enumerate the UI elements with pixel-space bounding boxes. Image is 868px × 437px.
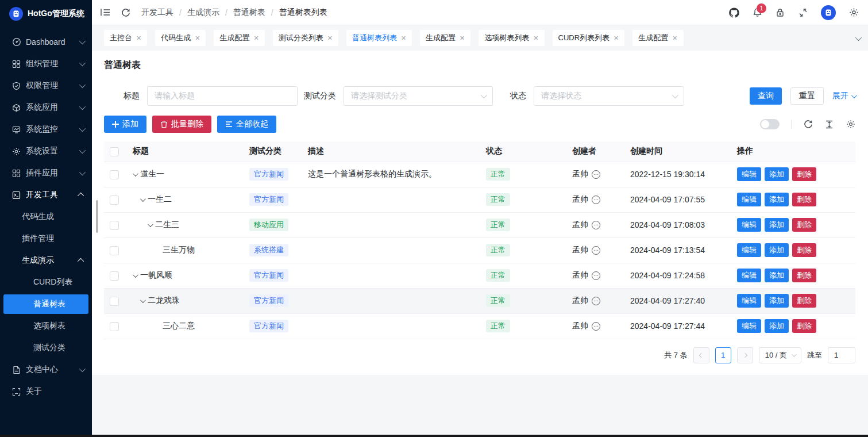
sidebar-item-gen-demo[interactable]: 生成演示 bbox=[0, 250, 92, 271]
delete-button[interactable]: 删除 bbox=[792, 269, 816, 282]
delete-button[interactable]: 删除 bbox=[792, 193, 816, 206]
sidebar-item-system-monitor[interactable]: 系统监控 bbox=[0, 118, 92, 140]
next-page-button[interactable] bbox=[737, 347, 753, 363]
sidebar-collapse-icon[interactable] bbox=[100, 7, 110, 18]
creator-detail-icon[interactable]: ⋯ bbox=[592, 297, 600, 305]
reload-table-icon[interactable] bbox=[803, 120, 813, 129]
tree-collapse-icon[interactable] bbox=[140, 196, 146, 202]
creator-detail-icon[interactable]: ⋯ bbox=[592, 221, 600, 229]
table-row[interactable]: 一帆风顺 官方新闻 正常 孟帅⋯ 2024-04-09 17:24:58 编辑添… bbox=[104, 263, 855, 288]
sidebar-item-test-category[interactable]: 测试分类 bbox=[0, 337, 92, 359]
title-filter-input[interactable]: 请输入标题 bbox=[147, 86, 298, 106]
row-checkbox[interactable] bbox=[110, 322, 119, 331]
tab-code-gen[interactable]: 代码生成✕ bbox=[155, 30, 206, 46]
select-all-checkbox[interactable] bbox=[110, 147, 119, 156]
table-row[interactable]: 二生三 移动应用 正常 孟帅⋯ 2024-04-09 17:08:03 编辑添加… bbox=[104, 212, 855, 237]
collapse-all-button[interactable]: 全部收起 bbox=[217, 116, 276, 133]
tab-console[interactable]: 主控台✕ bbox=[104, 30, 147, 46]
breadcrumb-item[interactable]: 普通树表 bbox=[233, 7, 265, 18]
edit-button[interactable]: 编辑 bbox=[737, 193, 761, 206]
close-icon[interactable]: ✕ bbox=[327, 34, 333, 42]
page-size-select[interactable]: 10 / 页 bbox=[759, 347, 801, 363]
delete-button[interactable]: 删除 bbox=[792, 294, 816, 308]
creator-detail-icon[interactable]: ⋯ bbox=[592, 271, 600, 280]
close-icon[interactable]: ✕ bbox=[533, 34, 538, 42]
row-checkbox[interactable] bbox=[110, 170, 119, 179]
content-scrollbar[interactable] bbox=[96, 200, 98, 233]
striped-toggle[interactable] bbox=[760, 119, 780, 129]
user-avatar[interactable] bbox=[821, 5, 836, 20]
table-row[interactable]: 三心二意 官方新闻 正常 孟帅⋯ 2024-04-09 17:27:44 编辑添… bbox=[104, 313, 855, 339]
row-checkbox[interactable] bbox=[110, 221, 119, 230]
sidebar-item-normal-tree[interactable]: 普通树表 bbox=[3, 294, 88, 314]
sidebar-item-permission[interactable]: 权限管理 bbox=[0, 75, 92, 97]
prev-page-button[interactable] bbox=[693, 347, 709, 363]
sidebar-item-system-settings[interactable]: 系统设置 bbox=[0, 140, 92, 162]
search-button[interactable]: 查询 bbox=[750, 87, 782, 105]
close-icon[interactable]: ✕ bbox=[136, 34, 141, 42]
tab-option-tree-list[interactable]: 选项树表列表✕ bbox=[479, 30, 544, 46]
row-checkbox[interactable] bbox=[110, 271, 119, 281]
refresh-icon[interactable] bbox=[121, 7, 131, 18]
close-icon[interactable]: ✕ bbox=[195, 34, 200, 42]
creator-detail-icon[interactable]: ⋯ bbox=[592, 195, 600, 204]
app-logo[interactable]: HotGo管理系统 bbox=[0, 0, 92, 28]
sidebar-item-doc-center[interactable]: 文档中心 bbox=[0, 359, 92, 381]
add-child-button[interactable]: 添加 bbox=[765, 243, 789, 257]
add-child-button[interactable]: 添加 bbox=[765, 269, 789, 282]
close-icon[interactable]: ✕ bbox=[401, 34, 406, 42]
table-row[interactable]: 二龙戏珠 官方新闻 正常 孟帅⋯ 2024-04-09 17:27:40 编辑添… bbox=[104, 288, 855, 313]
column-settings-gear-icon[interactable] bbox=[846, 120, 855, 129]
sidebar-item-dashboard[interactable]: Dashboard bbox=[0, 31, 92, 53]
sidebar-item-curd-list[interactable]: CURD列表 bbox=[0, 271, 92, 293]
close-icon[interactable]: ✕ bbox=[253, 34, 259, 42]
creator-detail-icon[interactable]: ⋯ bbox=[592, 322, 600, 331]
batch-delete-button[interactable]: 批量删除 bbox=[152, 116, 211, 133]
edit-button[interactable]: 编辑 bbox=[737, 269, 761, 282]
edit-button[interactable]: 编辑 bbox=[737, 218, 761, 232]
add-child-button[interactable]: 添加 bbox=[765, 294, 789, 308]
sidebar-item-code-gen[interactable]: 代码生成 bbox=[0, 206, 92, 228]
github-icon[interactable] bbox=[729, 7, 739, 18]
table-row[interactable]: 一生二 官方新闻 正常 孟帅⋯ 2024-04-09 17:07:55 编辑添加… bbox=[104, 187, 855, 212]
row-checkbox[interactable] bbox=[110, 195, 119, 205]
creator-detail-icon[interactable]: ⋯ bbox=[592, 246, 600, 255]
breadcrumb-item[interactable]: 生成演示 bbox=[187, 7, 219, 18]
reset-button[interactable]: 重置 bbox=[790, 87, 824, 105]
breadcrumb-item[interactable]: 开发工具 bbox=[141, 7, 173, 18]
tab-test-category-list[interactable]: 测试分类列表✕ bbox=[273, 30, 338, 46]
add-child-button[interactable]: 添加 bbox=[765, 218, 789, 232]
expand-filters-link[interactable]: 展开 bbox=[832, 91, 855, 101]
add-button[interactable]: 添加 bbox=[104, 116, 146, 133]
sidebar-item-org[interactable]: 组织管理 bbox=[0, 53, 92, 75]
fullscreen-icon[interactable] bbox=[798, 7, 808, 18]
page-number-button[interactable]: 1 bbox=[715, 347, 731, 363]
row-checkbox[interactable] bbox=[110, 246, 119, 255]
close-icon[interactable]: ✕ bbox=[672, 34, 677, 42]
delete-button[interactable]: 删除 bbox=[792, 218, 816, 232]
close-icon[interactable]: ✕ bbox=[460, 34, 465, 42]
tab-gen-config-2[interactable]: 生成配置✕ bbox=[420, 30, 470, 46]
delete-button[interactable]: 删除 bbox=[792, 319, 816, 333]
lock-icon[interactable] bbox=[775, 7, 785, 18]
add-child-button[interactable]: 添加 bbox=[765, 193, 789, 206]
tree-collapse-icon[interactable] bbox=[148, 221, 153, 227]
tab-gen-config-3[interactable]: 生成配置✕ bbox=[632, 30, 683, 46]
status-filter-select[interactable]: 请选择状态 bbox=[534, 86, 684, 106]
sidebar-item-plugin-app[interactable]: 插件应用 bbox=[0, 162, 92, 184]
settings-gear-icon[interactable] bbox=[848, 7, 859, 18]
sidebar-item-plugin-manage[interactable]: 插件管理 bbox=[0, 228, 92, 250]
sidebar-item-option-tree[interactable]: 选项树表 bbox=[0, 315, 92, 337]
sidebar-item-dev-tools[interactable]: 开发工具 bbox=[0, 184, 92, 206]
tab-gen-config-1[interactable]: 生成配置✕ bbox=[214, 30, 264, 46]
close-icon[interactable]: ✕ bbox=[614, 34, 619, 42]
edit-button[interactable]: 编辑 bbox=[737, 294, 761, 308]
tab-normal-tree-list[interactable]: 普通树表列表✕ bbox=[346, 30, 412, 46]
tab-overflow-chevron-icon[interactable] bbox=[855, 33, 860, 43]
edit-button[interactable]: 编辑 bbox=[737, 319, 761, 333]
table-row[interactable]: 道生一 官方新闻 这是一个普通树形表格的生成演示。 正常 孟帅⋯ 2022-12… bbox=[104, 162, 855, 187]
table-row[interactable]: 三生万物 系统搭建 正常 孟帅⋯ 2024-04-09 17:13:54 编辑添… bbox=[104, 237, 855, 263]
row-height-icon[interactable] bbox=[824, 120, 834, 129]
tree-collapse-icon[interactable] bbox=[133, 171, 138, 177]
jump-page-input[interactable]: 1 bbox=[828, 347, 855, 363]
